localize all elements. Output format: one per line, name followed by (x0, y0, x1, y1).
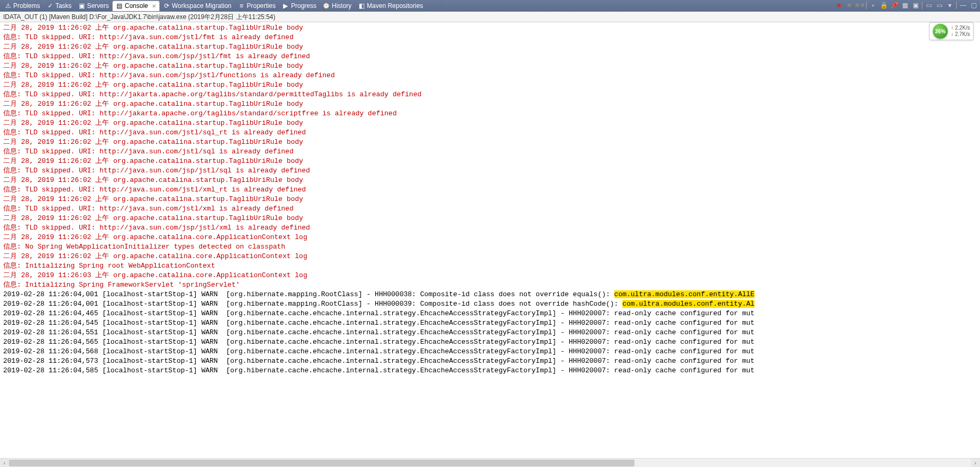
remove-launch-icon[interactable]: ✖ (845, 1, 854, 10)
tab-label: Console (125, 2, 148, 10)
log-line: 信息: TLD skipped. URI: http://java.sun.co… (3, 185, 977, 195)
log-line: 信息: TLD skipped. URI: http://java.sun.co… (3, 147, 977, 157)
log-line: 二月 28, 2019 11:26:02 上午 org.apache.catal… (3, 23, 977, 33)
log-line: 二月 28, 2019 11:26:02 上午 org.apache.catal… (3, 118, 977, 128)
maven-repositories-icon: ◧ (358, 2, 365, 10)
log-line: 2019-02-28 11:26:04,551 [localhost-start… (3, 328, 977, 337)
show-console-on-err-icon[interactable]: ▭ (935, 1, 943, 10)
horizontal-scrollbar[interactable]: ‹ › (0, 458, 980, 467)
tab-label: Servers (87, 2, 108, 10)
log-line: 2019-02-28 11:26:04,565 [localhost-start… (3, 337, 977, 347)
log-line: 二月 28, 2019 11:26:02 上午 org.apache.catal… (3, 138, 977, 147)
tab-console[interactable]: ▤Console✕ (112, 1, 160, 11)
tab-label: Maven Repositories (367, 2, 423, 10)
clear-console-icon[interactable]: ▫ (869, 1, 877, 10)
log-line: 二月 28, 2019 11:26:02 上午 org.apache.catal… (3, 195, 977, 204)
scroll-lock-icon[interactable]: 🔒 (879, 1, 888, 10)
log-line: 信息: TLD skipped. URI: http://java.sun.co… (3, 204, 977, 214)
log-line: 2019-02-28 11:26:04,545 [localhost-start… (3, 318, 977, 328)
log-line: 二月 28, 2019 11:26:02 上午 org.apache.catal… (3, 214, 977, 223)
history-icon: ⌚ (323, 2, 330, 10)
log-line: 信息: TLD skipped. URI: http://java.sun.co… (3, 33, 977, 42)
pin-console-icon[interactable]: 📌 (890, 1, 899, 10)
highlighted-text: com.ultra.modules.conf.entity.Al (622, 300, 755, 308)
tab-problems[interactable]: ⚠Problems (1, 1, 43, 11)
log-line: 二月 28, 2019 11:26:02 上午 org.apache.catal… (3, 252, 977, 261)
console-icon: ▤ (116, 2, 123, 10)
log-line: 二月 28, 2019 11:26:02 上午 org.apache.catal… (3, 176, 977, 185)
log-line: 信息: Initializing Spring FrameworkServlet… (3, 280, 977, 290)
log-line: 2019-02-28 11:26:04,585 [localhost-start… (3, 366, 977, 376)
tasks-icon: ✓ (47, 2, 54, 10)
tab-tasks[interactable]: ✓Tasks (43, 1, 75, 11)
log-line: 二月 28, 2019 11:26:02 上午 org.apache.catal… (3, 157, 977, 166)
log-line: 信息: TLD skipped. URI: http://java.sun.co… (3, 71, 977, 80)
tab-progress[interactable]: ▶Progress (279, 1, 320, 11)
tab-properties[interactable]: ≡Properties (234, 1, 279, 11)
workspace-migration-icon: ⟳ (163, 2, 170, 10)
tab-label: Properties (247, 2, 276, 10)
log-line: 二月 28, 2019 11:26:03 上午 org.apache.catal… (3, 271, 977, 280)
tab-label: Tasks (56, 2, 72, 10)
scroll-thumb[interactable] (9, 460, 634, 466)
servers-icon: ▣ (78, 2, 85, 10)
log-line: 2019-02-28 11:26:04,568 [localhost-start… (3, 347, 977, 356)
tab-label: History (332, 2, 351, 10)
log-line: 信息: TLD skipped. URI: http://java.sun.co… (3, 223, 977, 233)
log-line: 二月 28, 2019 11:26:02 上午 org.apache.catal… (3, 61, 977, 71)
console-process-header: IDATA_OUT (1) [Maven Build] D:\For_Java\… (0, 12, 980, 22)
log-line: 2019-02-28 11:26:04,001 [localhost-start… (3, 290, 977, 299)
log-line: 二月 28, 2019 11:26:02 上午 org.apache.catal… (3, 99, 977, 109)
tab-label: Progress (291, 2, 316, 10)
display-selected-icon[interactable]: ▦ (901, 1, 909, 10)
log-line: 信息: TLD skipped. URI: http://java.sun.co… (3, 52, 977, 61)
close-tab-icon[interactable]: ✕ (152, 3, 156, 9)
tab-workspace-migration[interactable]: ⟳Workspace Migration (160, 1, 235, 11)
log-line: 信息: Initializing Spring root WebApplicat… (3, 261, 977, 271)
network-percent-icon: 36% (933, 24, 948, 39)
log-line: 2019-02-28 11:26:04,465 [localhost-start… (3, 309, 977, 318)
log-line: 信息: TLD skipped. URI: http://java.sun.co… (3, 128, 977, 138)
network-monitor-badge[interactable]: 36% 2.2K/s 2.7K/s (929, 22, 974, 40)
network-stats: 2.2K/s 2.7K/s (951, 25, 970, 38)
scroll-track[interactable] (9, 459, 971, 468)
tab-servers[interactable]: ▣Servers (75, 1, 112, 11)
tab-maven-repositories[interactable]: ◧Maven Repositories (355, 1, 426, 11)
highlighted-text: com.ultra.modules.conf.entity.AllE (614, 290, 755, 298)
view-tab-bar: ⚠Problems✓Tasks▣Servers▤Console✕⟳Workspa… (0, 0, 980, 12)
console-output[interactable]: 二月 28, 2019 11:26:02 上午 org.apache.catal… (0, 22, 980, 455)
properties-icon: ≡ (238, 2, 245, 10)
log-line: 二月 28, 2019 11:26:02 上午 org.apache.catal… (3, 233, 977, 242)
console-toolbar: ■ ✖ ✖✖ ▫ 🔒 📌 ▦ ▣ ▭ ▭ ▾ — ▢ (834, 1, 978, 10)
scroll-right-icon[interactable]: › (971, 459, 980, 468)
show-console-on-out-icon[interactable]: ▭ (924, 1, 933, 10)
scroll-left-icon[interactable]: ‹ (0, 459, 9, 468)
minimize-icon[interactable]: — (959, 1, 967, 10)
tab-label: Workspace Migration (172, 2, 232, 10)
log-line: 信息: No Spring WebApplicationInitializer … (3, 242, 977, 252)
log-line: 2019-02-28 11:26:04,573 [localhost-start… (3, 356, 977, 366)
console-dropdown-icon[interactable]: ▾ (946, 1, 954, 10)
problems-icon: ⚠ (4, 2, 12, 10)
tab-history[interactable]: ⌚History (320, 1, 355, 11)
progress-icon: ▶ (282, 2, 289, 10)
terminate-icon[interactable]: ■ (834, 1, 843, 10)
log-line: 二月 28, 2019 11:26:02 上午 org.apache.catal… (3, 80, 977, 90)
maximize-icon[interactable]: ▢ (969, 1, 978, 10)
open-console-icon[interactable]: ▣ (911, 1, 920, 10)
log-line: 信息: TLD skipped. URI: http://jakarta.apa… (3, 109, 977, 118)
remove-all-icon[interactable]: ✖✖ (856, 1, 864, 10)
log-line: 二月 28, 2019 11:26:02 上午 org.apache.catal… (3, 42, 977, 52)
log-line: 信息: TLD skipped. URI: http://jakarta.apa… (3, 90, 977, 99)
tab-label: Problems (13, 2, 40, 10)
log-line: 信息: TLD skipped. URI: http://java.sun.co… (3, 166, 977, 176)
log-line: 2019-02-28 11:26:04,001 [localhost-start… (3, 299, 977, 309)
